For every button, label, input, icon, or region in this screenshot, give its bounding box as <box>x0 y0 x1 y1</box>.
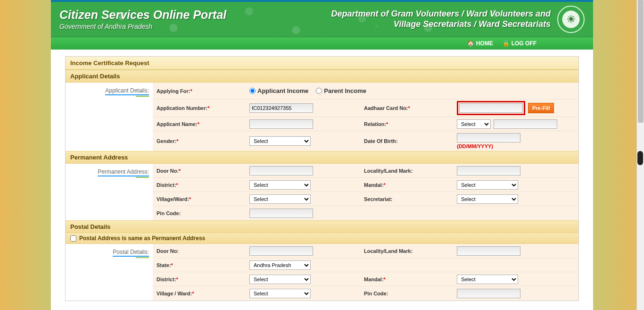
perm-secretariat-label: Secretariat: <box>364 196 393 202</box>
perm-village-label: Village/Ward: <box>157 196 189 202</box>
radio-parent-income-input[interactable] <box>316 88 322 94</box>
portal-subtitle: Government of Andhra Pradesh <box>59 23 226 30</box>
app-no-label: Application Number: <box>157 105 207 111</box>
home-label: HOME <box>476 40 493 47</box>
same-as-permanent-checkbox[interactable] <box>70 235 76 242</box>
perm-district-label: District: <box>157 182 176 188</box>
postal-village-label: Village / Ward: <box>157 291 192 296</box>
gender-select[interactable]: Select <box>249 136 311 146</box>
postal-mandal-label: Mandal: <box>364 276 384 282</box>
dob-hint: (DD/MM/YYYY) <box>457 143 565 149</box>
page-title: Income Certificate Request <box>66 57 578 70</box>
header-banner: Citizen Services Online Portal Governmen… <box>51 2 593 37</box>
postal-side-label: Postal Details: <box>113 249 149 257</box>
same-as-permanent-label: Postal Address is same as Permanent Addr… <box>79 235 205 242</box>
postal-district-label: District: <box>157 276 176 282</box>
radio-parent-income[interactable]: Parent Income <box>316 87 366 94</box>
relation-name-input[interactable] <box>494 119 557 129</box>
logoff-link[interactable]: 🔒 LOG OFF <box>503 40 537 47</box>
department-line1: Department of Gram Volunteers / Ward Vol… <box>331 9 551 19</box>
vertical-scrollbar-thumb[interactable] <box>638 0 644 123</box>
perm-district-select[interactable]: Select <box>249 180 311 190</box>
state-emblem-icon: ☀ <box>557 6 585 33</box>
postal-state-select[interactable]: Andhra Pradesh <box>249 260 311 270</box>
relation-select[interactable]: Select <box>457 119 491 129</box>
applicant-name-label: Applicant Name: <box>157 121 198 127</box>
postal-door-label: Door No: <box>157 248 179 254</box>
postal-village-select[interactable]: Select <box>249 289 311 298</box>
perm-locality-label: Locality/Land Mark: <box>364 168 413 174</box>
postal-district-select[interactable]: Select <box>249 275 311 284</box>
section-postal-head: Postal Details <box>66 220 578 233</box>
lock-icon: 🔒 <box>503 40 510 47</box>
navbar: 🏠 HOME 🔒 LOG OFF <box>51 37 593 50</box>
permanent-side-label: Permanent Address: <box>98 168 149 176</box>
applicant-name-input[interactable] <box>249 119 313 129</box>
perm-village-select[interactable]: Select <box>249 194 311 204</box>
perm-secretariat-select[interactable]: Select <box>457 194 518 204</box>
relation-label: Relation: <box>364 121 386 127</box>
applicant-side-label: Applicant Details: <box>105 87 149 95</box>
aadhaar-highlight <box>457 101 525 115</box>
home-icon: 🏠 <box>467 40 474 47</box>
postal-state-label: State: <box>157 262 171 268</box>
side-handle-icon[interactable] <box>637 151 643 165</box>
prefill-button[interactable]: Pre-Fill <box>528 103 554 113</box>
section-applicant-head: Applicant Details <box>66 70 578 83</box>
dob-label: Date Of Birth: <box>364 138 398 144</box>
logoff-label: LOG OFF <box>512 40 537 47</box>
radio-applicant-income[interactable]: Applicant Income <box>249 87 308 94</box>
postal-pin-label: Pin Code: <box>364 291 388 296</box>
radio-parent-label: Parent Income <box>324 87 366 94</box>
postal-pin-input[interactable] <box>457 289 520 298</box>
gender-label: Gender: <box>157 138 176 144</box>
home-link[interactable]: 🏠 HOME <box>467 40 493 47</box>
dob-input[interactable] <box>457 133 520 142</box>
portal-title: Citizen Services Online Portal <box>59 8 226 22</box>
perm-door-label: Door No: <box>157 168 179 174</box>
application-number-input[interactable] <box>249 103 313 113</box>
department-line2: Village Secretariats / Ward Secretariats <box>331 19 551 30</box>
form-panel: Income Certificate Request Applicant Det… <box>65 56 579 301</box>
applying-for-label: Applying For: <box>157 88 190 94</box>
perm-pin-input[interactable] <box>249 209 313 218</box>
perm-mandal-label: Mandal: <box>364 182 384 188</box>
perm-door-input[interactable] <box>249 166 313 176</box>
postal-mandal-select[interactable]: Select <box>457 275 518 284</box>
postal-locality-label: Locality/Land Mark: <box>364 248 413 254</box>
postal-door-input[interactable] <box>249 246 313 256</box>
perm-pin-label: Pin Code: <box>157 210 181 216</box>
section-permanent-head: Permanent Address <box>66 151 578 164</box>
aadhaar-input[interactable] <box>459 103 523 113</box>
perm-locality-input[interactable] <box>457 166 520 176</box>
postal-locality-input[interactable] <box>457 246 520 256</box>
radio-applicant-label: Applicant Income <box>257 87 308 94</box>
aadhaar-label: Aadhaar Card No: <box>364 105 408 111</box>
perm-mandal-select[interactable]: Select <box>457 180 518 190</box>
radio-applicant-income-input[interactable] <box>249 88 256 94</box>
